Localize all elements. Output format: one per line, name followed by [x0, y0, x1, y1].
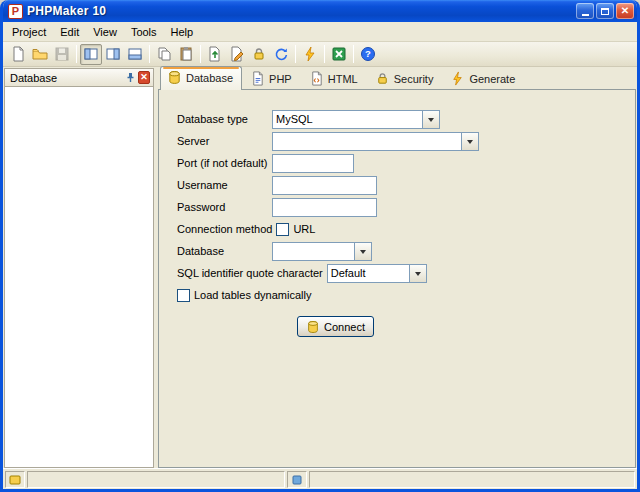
menu-view[interactable]: View	[86, 24, 124, 40]
help-button[interactable]: ?	[357, 44, 379, 65]
tab-security[interactable]: Security	[368, 67, 443, 90]
password-row: Password	[177, 196, 635, 218]
connection-method-label: Connection method	[177, 223, 276, 235]
toolbar: ?	[3, 42, 637, 67]
svg-text:?: ?	[365, 48, 371, 59]
tab-database[interactable]: Database	[160, 66, 242, 90]
toolbar-separator	[324, 45, 325, 63]
tab-html[interactable]: HTML	[302, 67, 367, 90]
load-tables-checkbox[interactable]	[177, 289, 190, 302]
server-row: Server	[177, 130, 635, 152]
tab-label: Security	[394, 73, 434, 85]
username-row: Username	[177, 174, 635, 196]
database-panel-title: Database	[10, 72, 123, 84]
close-button[interactable]: ✕	[616, 3, 634, 19]
export-button[interactable]	[328, 44, 350, 65]
username-label: Username	[177, 179, 272, 191]
toolbar-separator	[149, 45, 150, 63]
connection-method-row: Connection method URL	[177, 218, 635, 240]
paste-page-icon	[178, 46, 194, 62]
menu-tools[interactable]: Tools	[124, 24, 164, 40]
menu-help[interactable]: Help	[164, 24, 201, 40]
tab-generate[interactable]: Generate	[443, 67, 524, 90]
dropdown-arrow-icon[interactable]	[461, 133, 478, 150]
tab-label: Database	[186, 72, 233, 84]
database-tree	[4, 86, 154, 468]
database-value	[273, 243, 354, 260]
database-status-icon	[291, 474, 303, 486]
toggle-output-pane-button[interactable]	[124, 44, 146, 65]
menu-project[interactable]: Project	[5, 24, 53, 40]
connect-button-label: Connect	[324, 321, 365, 333]
url-checkbox-label: URL	[293, 223, 315, 235]
sql-quote-label: SQL identifier quote character	[177, 267, 327, 279]
workspace: Database ✕ Database PHP	[3, 67, 637, 468]
spreadsheet-icon	[331, 46, 347, 62]
save-disk-icon	[54, 46, 70, 62]
status-bar	[3, 468, 637, 489]
open-project-button[interactable]	[29, 44, 51, 65]
sql-quote-select[interactable]: Default	[327, 264, 427, 283]
app-icon: P	[8, 4, 23, 19]
new-project-button[interactable]	[7, 44, 29, 65]
status-message-cell	[27, 471, 285, 488]
database-icon	[167, 70, 182, 85]
upload-to-server-button[interactable]	[204, 44, 226, 65]
database-type-select[interactable]: MySQL	[272, 110, 440, 129]
close-icon: ✕	[621, 6, 629, 16]
close-panel-button[interactable]: ✕	[137, 71, 151, 85]
url-checkbox[interactable]	[276, 223, 289, 236]
database-select[interactable]	[272, 242, 372, 261]
save-project-button[interactable]	[51, 44, 73, 65]
copy-pages-icon	[156, 46, 172, 62]
username-field[interactable]	[272, 176, 377, 195]
password-field[interactable]	[272, 198, 377, 217]
menu-edit[interactable]: Edit	[53, 24, 86, 40]
toggle-database-pane-button[interactable]	[80, 44, 102, 65]
server-label: Server	[177, 135, 272, 147]
status-project-cell	[5, 471, 25, 488]
app-window: P PHPMaker 10 ✕ Project Edit View Tools …	[0, 0, 640, 492]
minimize-button[interactable]	[576, 3, 594, 19]
maximize-icon	[601, 8, 609, 15]
layout-right-pane-icon	[105, 46, 121, 62]
edit-template-button[interactable]	[226, 44, 248, 65]
load-tables-row: Load tables dynamically	[177, 284, 635, 306]
menu-bar: Project Edit View Tools Help	[3, 22, 637, 42]
lock-icon	[375, 71, 390, 86]
server-value	[273, 133, 461, 150]
new-page-icon	[10, 46, 26, 62]
database-type-label: Database type	[177, 113, 272, 125]
security-settings-button[interactable]	[248, 44, 270, 65]
synchronize-button[interactable]	[270, 44, 292, 65]
connect-button[interactable]: Connect	[297, 316, 374, 337]
connect-row: Connect	[177, 316, 635, 337]
dropdown-arrow-icon[interactable]	[422, 111, 439, 128]
toggle-toolbox-pane-button[interactable]	[102, 44, 124, 65]
database-panel-header: Database ✕	[4, 68, 154, 86]
database-label: Database	[177, 245, 272, 257]
tab-php[interactable]: PHP	[243, 67, 301, 90]
pin-panel-button[interactable]	[123, 71, 137, 85]
database-icon	[306, 320, 320, 334]
layout-left-pane-icon	[83, 46, 99, 62]
tab-label: Generate	[469, 73, 515, 85]
database-panel: Database ✕	[4, 68, 154, 468]
layout-bottom-pane-icon	[127, 46, 143, 62]
main-area: Database PHP HTML Security Generate	[158, 68, 637, 468]
window-title: PHPMaker 10	[27, 4, 574, 18]
port-field[interactable]	[272, 154, 354, 173]
dropdown-arrow-icon[interactable]	[354, 243, 371, 260]
copy-table-settings-button[interactable]	[153, 44, 175, 65]
paste-table-settings-button[interactable]	[175, 44, 197, 65]
toolbar-separator	[200, 45, 201, 63]
maximize-button[interactable]	[596, 3, 614, 19]
port-label: Port (if not default)	[177, 157, 272, 169]
database-row: Database	[177, 240, 635, 262]
port-row: Port (if not default)	[177, 152, 635, 174]
dropdown-arrow-icon[interactable]	[409, 265, 426, 282]
generate-button[interactable]	[299, 44, 321, 65]
server-combo[interactable]	[272, 132, 479, 151]
password-label: Password	[177, 201, 272, 213]
toolbar-separator	[76, 45, 77, 63]
